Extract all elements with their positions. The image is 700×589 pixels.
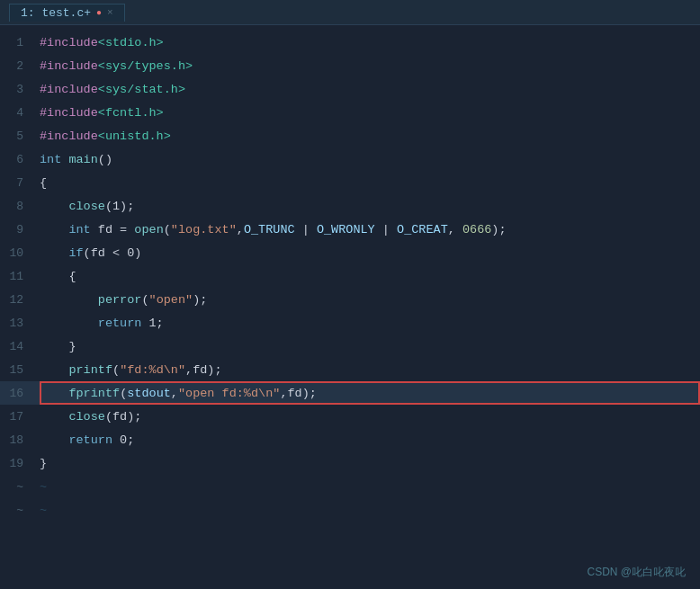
- code-line[interactable]: 5#include<unistd.h>: [0, 124, 700, 147]
- code-line[interactable]: 7{: [0, 171, 700, 194]
- line-content: #include<fcntl.h>: [34, 106, 700, 120]
- code-line[interactable]: 14 }: [0, 335, 700, 358]
- line-number: 18: [0, 433, 34, 447]
- code-line[interactable]: 1#include<stdio.h>: [0, 31, 700, 54]
- line-number: 3: [0, 83, 34, 96]
- line-number: 4: [0, 106, 34, 120]
- line-content: ~: [34, 504, 700, 517]
- tab-label: 1: test.c+: [21, 6, 91, 20]
- code-line[interactable]: 13 return 1;: [0, 311, 700, 335]
- code-line[interactable]: 4#include<fcntl.h>: [0, 101, 700, 124]
- line-content: return 0;: [34, 433, 700, 447]
- line-content: }: [34, 457, 700, 470]
- code-line[interactable]: ~~: [0, 475, 700, 498]
- code-line[interactable]: ~~: [0, 498, 700, 522]
- line-content: fprintf(stdout,"open fd:%d\n",fd);: [34, 387, 700, 400]
- title-bar: 1: test.c+ ● ×: [0, 0, 700, 25]
- line-content: }: [34, 340, 700, 353]
- line-number: 15: [0, 363, 34, 377]
- line-number: ~: [0, 504, 34, 517]
- line-content: perror("open");: [34, 293, 700, 307]
- line-number: 12: [0, 293, 34, 307]
- code-line[interactable]: 17 close(fd);: [0, 405, 700, 428]
- code-line[interactable]: 9 int fd = open("log.txt",O_TRUNC | O_WR…: [0, 218, 700, 241]
- line-number: 5: [0, 129, 34, 143]
- line-number: 2: [0, 59, 34, 73]
- line-content: int fd = open("log.txt",O_TRUNC | O_WRON…: [34, 223, 700, 236]
- line-number: 10: [0, 246, 34, 260]
- line-content: close(1);: [34, 200, 700, 213]
- code-line[interactable]: 16 fprintf(stdout,"open fd:%d\n",fd);: [0, 381, 700, 405]
- editor-area: 1#include<stdio.h>2#include<sys/types.h>…: [0, 25, 700, 527]
- line-number: 8: [0, 200, 34, 213]
- line-number: 6: [0, 153, 34, 166]
- editor-tab[interactable]: 1: test.c+ ● ×: [9, 4, 125, 22]
- line-number: ~: [0, 480, 34, 494]
- code-line[interactable]: 8 close(1);: [0, 194, 700, 218]
- line-content: printf("fd:%d\n",fd);: [34, 363, 700, 377]
- code-line[interactable]: 19}: [0, 451, 700, 475]
- line-content: ~: [34, 480, 700, 494]
- line-number: 16: [0, 387, 34, 400]
- line-number: 11: [0, 270, 34, 283]
- line-content: return 1;: [34, 317, 700, 330]
- code-line[interactable]: 2#include<sys/types.h>: [0, 54, 700, 77]
- line-number: 17: [0, 410, 34, 424]
- line-number: 14: [0, 340, 34, 353]
- line-number: 9: [0, 223, 34, 236]
- tab-close-icon[interactable]: ×: [107, 7, 113, 18]
- code-line[interactable]: 12 perror("open");: [0, 288, 700, 311]
- line-number: 13: [0, 317, 34, 330]
- line-number: 7: [0, 176, 34, 190]
- line-content: #include<unistd.h>: [34, 129, 700, 143]
- line-content: close(fd);: [34, 410, 700, 424]
- watermark: CSDN @叱白叱夜叱: [587, 565, 686, 580]
- code-line[interactable]: 3#include<sys/stat.h>: [0, 77, 700, 101]
- line-content: #include<sys/types.h>: [34, 59, 700, 73]
- code-line[interactable]: 10 if(fd < 0): [0, 241, 700, 264]
- code-line[interactable]: 15 printf("fd:%d\n",fd);: [0, 358, 700, 381]
- line-number: 1: [0, 36, 34, 49]
- line-content: #include<stdio.h>: [34, 36, 700, 49]
- line-content: {: [34, 176, 700, 190]
- line-content: {: [34, 270, 700, 283]
- line-content: if(fd < 0): [34, 246, 700, 260]
- line-number: 19: [0, 457, 34, 470]
- code-line[interactable]: 6int main(): [0, 147, 700, 171]
- line-content: int main(): [34, 153, 700, 166]
- tab-indicator: ●: [96, 8, 102, 18]
- code-line[interactable]: 18 return 0;: [0, 428, 700, 451]
- line-content: #include<sys/stat.h>: [34, 83, 700, 96]
- code-line[interactable]: 11 {: [0, 264, 700, 288]
